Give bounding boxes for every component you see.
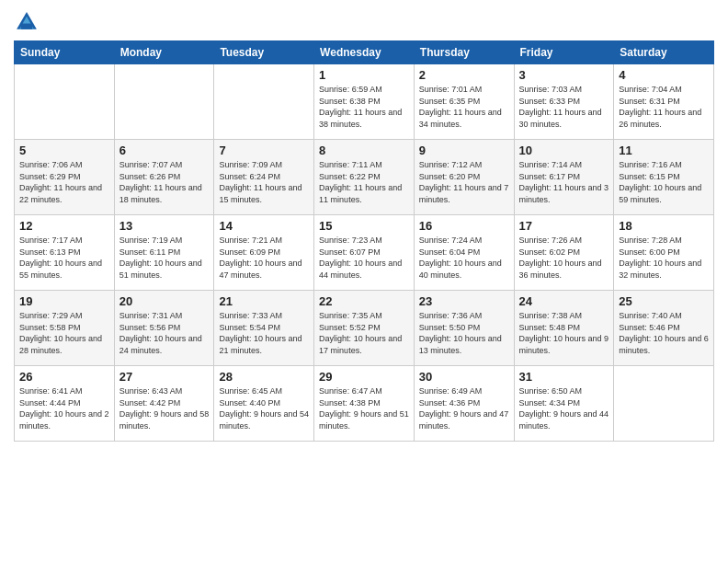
logo-icon bbox=[14, 9, 40, 35]
calendar-cell: 4Sunrise: 7:04 AM Sunset: 6:31 PM Daylig… bbox=[614, 64, 714, 140]
calendar-cell: 1Sunrise: 6:59 AM Sunset: 6:38 PM Daylig… bbox=[314, 64, 415, 140]
calendar-table: SundayMondayTuesdayWednesdayThursdayFrid… bbox=[14, 40, 714, 442]
day-info: Sunrise: 7:28 AM Sunset: 6:00 PM Dayligh… bbox=[619, 235, 709, 281]
day-number: 18 bbox=[619, 219, 709, 233]
day-number: 5 bbox=[19, 144, 109, 157]
day-info: Sunrise: 6:47 AM Sunset: 4:38 PM Dayligh… bbox=[319, 385, 409, 431]
weekday-header-wednesday: Wednesday bbox=[314, 41, 415, 64]
day-number: 12 bbox=[19, 219, 109, 233]
day-number: 20 bbox=[119, 294, 210, 308]
day-info: Sunrise: 7:33 AM Sunset: 5:54 PM Dayligh… bbox=[219, 310, 309, 356]
weekday-header-row: SundayMondayTuesdayWednesdayThursdayFrid… bbox=[15, 41, 714, 64]
calendar-cell: 5Sunrise: 7:06 AM Sunset: 6:29 PM Daylig… bbox=[15, 140, 115, 215]
weekday-header-thursday: Thursday bbox=[414, 41, 514, 64]
day-info: Sunrise: 6:50 AM Sunset: 4:34 PM Dayligh… bbox=[519, 385, 609, 431]
svg-rect-2 bbox=[21, 24, 32, 29]
calendar-cell: 8Sunrise: 7:11 AM Sunset: 6:22 PM Daylig… bbox=[314, 140, 415, 215]
day-info: Sunrise: 7:04 AM Sunset: 6:31 PM Dayligh… bbox=[619, 84, 709, 130]
day-info: Sunrise: 7:36 AM Sunset: 5:50 PM Dayligh… bbox=[419, 310, 509, 356]
header bbox=[14, 9, 714, 35]
day-info: Sunrise: 7:35 AM Sunset: 5:52 PM Dayligh… bbox=[319, 310, 409, 356]
calendar-cell: 10Sunrise: 7:14 AM Sunset: 6:17 PM Dayli… bbox=[514, 140, 614, 215]
day-number: 23 bbox=[419, 294, 509, 308]
calendar-cell: 29Sunrise: 6:47 AM Sunset: 4:38 PM Dayli… bbox=[314, 366, 415, 442]
calendar-cell: 28Sunrise: 6:45 AM Sunset: 4:40 PM Dayli… bbox=[214, 366, 314, 442]
day-number: 21 bbox=[219, 294, 309, 308]
day-number: 8 bbox=[319, 144, 409, 157]
calendar-cell: 7Sunrise: 7:09 AM Sunset: 6:24 PM Daylig… bbox=[214, 140, 314, 215]
calendar-week-row: 26Sunrise: 6:41 AM Sunset: 4:44 PM Dayli… bbox=[15, 366, 714, 442]
day-info: Sunrise: 7:21 AM Sunset: 6:09 PM Dayligh… bbox=[219, 235, 309, 281]
day-info: Sunrise: 7:01 AM Sunset: 6:35 PM Dayligh… bbox=[419, 84, 509, 130]
day-number: 9 bbox=[419, 144, 509, 157]
calendar-cell: 26Sunrise: 6:41 AM Sunset: 4:44 PM Dayli… bbox=[15, 366, 115, 442]
day-number: 19 bbox=[19, 294, 109, 308]
calendar-cell: 19Sunrise: 7:29 AM Sunset: 5:58 PM Dayli… bbox=[15, 291, 115, 366]
page: SundayMondayTuesdayWednesdayThursdayFrid… bbox=[0, 0, 728, 563]
day-info: Sunrise: 7:12 AM Sunset: 6:20 PM Dayligh… bbox=[419, 159, 509, 205]
calendar-cell: 2Sunrise: 7:01 AM Sunset: 6:35 PM Daylig… bbox=[414, 64, 514, 140]
day-info: Sunrise: 7:03 AM Sunset: 6:33 PM Dayligh… bbox=[519, 84, 609, 130]
calendar-cell: 16Sunrise: 7:24 AM Sunset: 6:04 PM Dayli… bbox=[414, 215, 514, 291]
day-info: Sunrise: 7:31 AM Sunset: 5:56 PM Dayligh… bbox=[119, 310, 210, 356]
calendar-cell: 27Sunrise: 6:43 AM Sunset: 4:42 PM Dayli… bbox=[114, 366, 214, 442]
day-number: 2 bbox=[419, 68, 509, 82]
calendar-cell: 6Sunrise: 7:07 AM Sunset: 6:26 PM Daylig… bbox=[114, 140, 214, 215]
day-number: 17 bbox=[519, 219, 609, 233]
calendar-cell bbox=[214, 64, 314, 140]
day-info: Sunrise: 6:43 AM Sunset: 4:42 PM Dayligh… bbox=[119, 385, 210, 431]
calendar-cell: 11Sunrise: 7:16 AM Sunset: 6:15 PM Dayli… bbox=[614, 140, 714, 215]
calendar-cell: 22Sunrise: 7:35 AM Sunset: 5:52 PM Dayli… bbox=[314, 291, 415, 366]
day-number: 16 bbox=[419, 219, 509, 233]
calendar-week-row: 19Sunrise: 7:29 AM Sunset: 5:58 PM Dayli… bbox=[15, 291, 714, 366]
day-number: 25 bbox=[619, 294, 709, 308]
day-info: Sunrise: 7:11 AM Sunset: 6:22 PM Dayligh… bbox=[319, 159, 409, 205]
weekday-header-tuesday: Tuesday bbox=[214, 41, 314, 64]
calendar-cell: 25Sunrise: 7:40 AM Sunset: 5:46 PM Dayli… bbox=[614, 291, 714, 366]
calendar-cell: 12Sunrise: 7:17 AM Sunset: 6:13 PM Dayli… bbox=[15, 215, 115, 291]
calendar-cell: 30Sunrise: 6:49 AM Sunset: 4:36 PM Dayli… bbox=[414, 366, 514, 442]
day-info: Sunrise: 7:17 AM Sunset: 6:13 PM Dayligh… bbox=[19, 235, 109, 281]
calendar-cell bbox=[15, 64, 115, 140]
calendar-cell: 24Sunrise: 7:38 AM Sunset: 5:48 PM Dayli… bbox=[514, 291, 614, 366]
calendar-cell: 23Sunrise: 7:36 AM Sunset: 5:50 PM Dayli… bbox=[414, 291, 514, 366]
day-number: 3 bbox=[519, 68, 609, 82]
day-info: Sunrise: 6:59 AM Sunset: 6:38 PM Dayligh… bbox=[319, 84, 409, 130]
day-info: Sunrise: 7:38 AM Sunset: 5:48 PM Dayligh… bbox=[519, 310, 609, 356]
weekday-header-saturday: Saturday bbox=[614, 41, 714, 64]
day-number: 15 bbox=[319, 219, 409, 233]
calendar-cell: 14Sunrise: 7:21 AM Sunset: 6:09 PM Dayli… bbox=[214, 215, 314, 291]
calendar-cell: 15Sunrise: 7:23 AM Sunset: 6:07 PM Dayli… bbox=[314, 215, 415, 291]
day-info: Sunrise: 6:49 AM Sunset: 4:36 PM Dayligh… bbox=[419, 385, 509, 431]
day-info: Sunrise: 7:07 AM Sunset: 6:26 PM Dayligh… bbox=[119, 159, 210, 205]
calendar-header: SundayMondayTuesdayWednesdayThursdayFrid… bbox=[15, 41, 714, 64]
day-info: Sunrise: 6:41 AM Sunset: 4:44 PM Dayligh… bbox=[19, 385, 109, 431]
day-number: 29 bbox=[319, 370, 409, 384]
day-number: 22 bbox=[319, 294, 409, 308]
calendar-cell: 18Sunrise: 7:28 AM Sunset: 6:00 PM Dayli… bbox=[614, 215, 714, 291]
calendar-cell bbox=[614, 366, 714, 442]
calendar-week-row: 5Sunrise: 7:06 AM Sunset: 6:29 PM Daylig… bbox=[15, 140, 714, 215]
day-number: 11 bbox=[619, 144, 709, 157]
day-info: Sunrise: 7:26 AM Sunset: 6:02 PM Dayligh… bbox=[519, 235, 609, 281]
calendar-cell: 17Sunrise: 7:26 AM Sunset: 6:02 PM Dayli… bbox=[514, 215, 614, 291]
day-number: 27 bbox=[119, 370, 210, 384]
calendar-week-row: 1Sunrise: 6:59 AM Sunset: 6:38 PM Daylig… bbox=[15, 64, 714, 140]
calendar-cell: 31Sunrise: 6:50 AM Sunset: 4:34 PM Dayli… bbox=[514, 366, 614, 442]
day-number: 31 bbox=[519, 370, 609, 384]
day-number: 26 bbox=[19, 370, 109, 384]
day-info: Sunrise: 7:09 AM Sunset: 6:24 PM Dayligh… bbox=[219, 159, 309, 205]
calendar-cell: 13Sunrise: 7:19 AM Sunset: 6:11 PM Dayli… bbox=[114, 215, 214, 291]
calendar-cell: 20Sunrise: 7:31 AM Sunset: 5:56 PM Dayli… bbox=[114, 291, 214, 366]
calendar-cell: 9Sunrise: 7:12 AM Sunset: 6:20 PM Daylig… bbox=[414, 140, 514, 215]
day-number: 14 bbox=[219, 219, 309, 233]
day-number: 4 bbox=[619, 68, 709, 82]
day-number: 30 bbox=[419, 370, 509, 384]
day-info: Sunrise: 7:40 AM Sunset: 5:46 PM Dayligh… bbox=[619, 310, 709, 356]
day-number: 7 bbox=[219, 144, 309, 157]
calendar-cell bbox=[114, 64, 214, 140]
day-number: 6 bbox=[119, 144, 210, 157]
day-number: 28 bbox=[219, 370, 309, 384]
day-number: 24 bbox=[519, 294, 609, 308]
day-number: 10 bbox=[519, 144, 609, 157]
